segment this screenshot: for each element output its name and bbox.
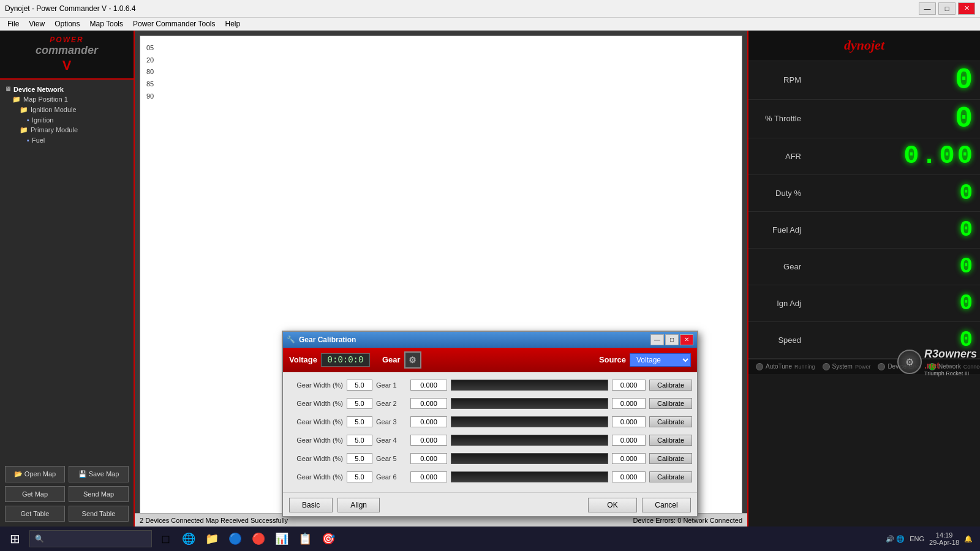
calibrate-btn-5[interactable]: Calibrate [649, 453, 692, 464]
taskbar-edge[interactable]: 🌐 [178, 528, 200, 550]
gear-width-input-1[interactable] [347, 380, 372, 391]
get-table-button[interactable]: Get Table [5, 506, 65, 522]
minimize-button[interactable]: — [919, 2, 936, 15]
menu-power-commander-tools[interactable]: Power Commander Tools [128, 18, 221, 29]
taskbar-excel[interactable]: 📊 [271, 528, 293, 550]
cancel-button[interactable]: Cancel [642, 498, 691, 512]
tree-map-position[interactable]: 📁 Map Position 1 [2, 94, 131, 105]
calibrate-btn-6[interactable]: Calibrate [649, 471, 692, 482]
gear-display: 0 [809, 254, 975, 279]
calibrate-btn-4[interactable]: Calibrate [649, 435, 692, 446]
send-map-button[interactable]: Send Map [69, 486, 129, 502]
gauge-ign-adj: Ign Adj 0 [748, 285, 980, 322]
menubar: File View Options Map Tools Power Comman… [0, 18, 980, 31]
start-button[interactable]: ⊞ [0, 527, 29, 551]
gear-right-4[interactable] [612, 435, 646, 446]
dialog-red-header: Voltage Gear ⚙ Source [283, 348, 697, 372]
statusbar-right: Device Errors: 0 Network Connected [633, 517, 742, 524]
dialog-maximize-button[interactable]: □ [665, 334, 679, 345]
gear-name-1: Gear 1 [376, 381, 407, 389]
gear-width-input-5[interactable] [347, 453, 372, 464]
gear-right-6[interactable] [612, 471, 646, 482]
gear-width-input-3[interactable] [347, 416, 372, 427]
menu-file[interactable]: File [2, 18, 24, 29]
source-select[interactable]: Voltage RPM Speed [630, 353, 691, 367]
gauge-fuel-adj: Fuel Adj 0 [748, 212, 980, 249]
dialog-title: Gear Calibration [299, 335, 356, 344]
afr-display: 0.00 [809, 141, 975, 171]
autotune-label: AutoTune [766, 363, 792, 370]
calibrate-btn-1[interactable]: Calibrate [649, 380, 692, 391]
menu-map-tools[interactable]: Map Tools [85, 18, 128, 29]
ok-button[interactable]: OK [588, 498, 637, 512]
close-button[interactable]: ✕ [958, 2, 975, 15]
gear-width-label-5: Gear Width (%) [288, 455, 343, 462]
dynojet-text: dynojet [844, 37, 884, 53]
send-table-button[interactable]: Send Table [69, 506, 129, 522]
gauge-gear: Gear 0 [748, 249, 980, 285]
gear-bar-3 [451, 416, 608, 427]
watermark: ⚙ R3owners .net Triumph Rocket III [897, 348, 977, 377]
tree-ignition-module[interactable]: 📁 Ignition Module [2, 105, 131, 115]
gear-row-6: Gear Width (%) Gear 6 Calibrate [288, 469, 692, 485]
get-map-button[interactable]: Get Map [5, 486, 65, 502]
calibrate-btn-3[interactable]: Calibrate [649, 416, 692, 427]
gauge-duty: Duty % 0 [748, 175, 980, 212]
gear-width-input-4[interactable] [347, 435, 372, 446]
menu-view[interactable]: View [24, 18, 50, 29]
menu-help[interactable]: Help [221, 18, 246, 29]
autotune-indicator: AutoTune Running [756, 363, 815, 370]
taskbar-explorer[interactable]: 📁 [201, 528, 223, 550]
gear-val-2[interactable] [410, 398, 447, 409]
gear-name-5: Gear 5 [376, 455, 407, 462]
gear-val-5[interactable] [410, 453, 447, 464]
statusbar-left: 2 Devices Connected Map Received Success… [140, 517, 633, 524]
taskbar-blue[interactable]: 🔵 [224, 528, 246, 550]
gear-right-2[interactable] [612, 398, 646, 409]
tree-ignition[interactable]: ▪ Ignition [2, 115, 131, 125]
throttle-display: 0 [809, 102, 975, 135]
taskbar-red[interactable]: 🔴 [247, 528, 270, 550]
taskbar-task-view[interactable]: ◻ [154, 528, 176, 550]
basic-button[interactable]: Basic [289, 498, 333, 512]
open-map-button[interactable]: 📂 Open Map [5, 466, 65, 482]
dialog-minimize-button[interactable]: — [650, 334, 664, 345]
system-power-dot [823, 363, 830, 370]
gear-right-5[interactable] [612, 453, 646, 464]
gear-icon-box: ⚙ [404, 351, 421, 369]
taskbar-target[interactable]: 🎯 [317, 528, 339, 550]
tree-fuel[interactable]: ▪ Fuel [2, 135, 131, 145]
gear-gauge-label: Gear [753, 262, 809, 271]
titlebar-title: Dynojet - Power Commander V - 1.0.6.4 [5, 4, 135, 13]
tree-root[interactable]: 🖥 Device Network [2, 84, 131, 94]
gear-val-4[interactable] [410, 435, 447, 446]
align-button[interactable]: Align [337, 498, 380, 512]
gear-name-6: Gear 6 [376, 473, 407, 481]
maximize-button[interactable]: □ [938, 2, 956, 15]
taskbar-search[interactable]: 🔍 [29, 530, 152, 547]
afr-label: AFR [753, 152, 809, 161]
dialog-close-button[interactable]: ✕ [680, 334, 693, 345]
gear-val-6[interactable] [410, 471, 447, 482]
taskbar-clipboard[interactable]: 📋 [294, 528, 316, 550]
gear-bar-2 [451, 398, 608, 409]
gear-right-3[interactable] [612, 416, 646, 427]
notification-icon[interactable]: 🔔 [964, 535, 973, 543]
gear-width-input-6[interactable] [347, 471, 372, 482]
gear-right-1[interactable] [612, 380, 646, 391]
tree-primary-module[interactable]: 📁 Primary Module [2, 125, 131, 135]
time-display: 14:19 [929, 531, 959, 539]
save-map-button[interactable]: 💾 Save Map [69, 466, 129, 482]
gear-val-3[interactable] [410, 416, 447, 427]
calibrate-btn-2[interactable]: Calibrate [649, 398, 692, 409]
menu-options[interactable]: Options [50, 18, 85, 29]
sidebar-buttons: 📂 Open Map 💾 Save Map Get Map Send Map G… [0, 461, 134, 527]
gear-val-1[interactable] [410, 380, 447, 391]
dialog-controls: — □ ✕ [650, 334, 693, 345]
duty-value: 0 [959, 181, 975, 206]
device-error-dot [878, 363, 885, 370]
gear-width-input-2[interactable] [347, 398, 372, 409]
voltage-input[interactable] [321, 353, 370, 367]
tree-primary-module-label: Primary Module [31, 126, 78, 133]
tree-ignition-label: Ignition [32, 116, 53, 124]
